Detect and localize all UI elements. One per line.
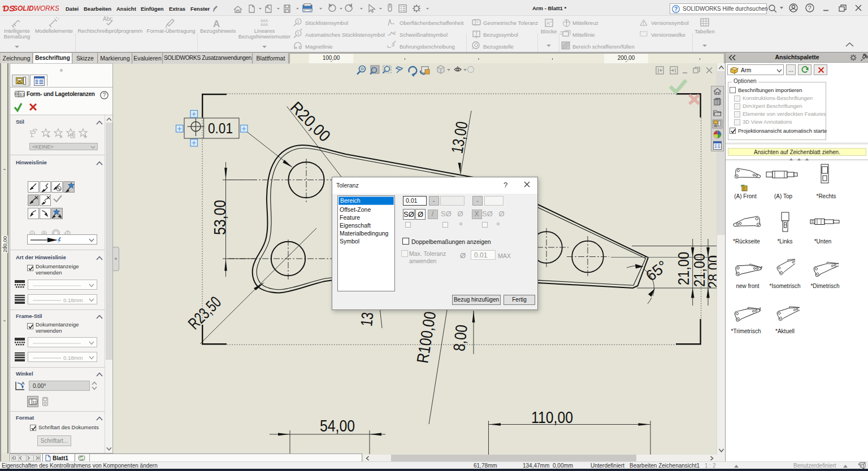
svg-text:?: ? bbox=[674, 6, 678, 12]
svg-text:?: ? bbox=[103, 92, 106, 98]
svg-text:0.1: 0.1 bbox=[20, 93, 25, 97]
svg-text:R23,50: R23,50 bbox=[185, 293, 225, 333]
svg-text:8,00: 8,00 bbox=[450, 324, 471, 352]
svg-text:53,00: 53,00 bbox=[211, 200, 229, 235]
svg-text:AAA: AAA bbox=[261, 19, 268, 23]
svg-text:R100,00: R100,00 bbox=[413, 310, 439, 364]
svg-text:?: ? bbox=[808, 5, 811, 11]
svg-text:0.01: 0.01 bbox=[208, 120, 233, 137]
svg-text:A°: A° bbox=[546, 20, 552, 26]
svg-text:1: 1 bbox=[297, 31, 300, 36]
svg-text:R20,00: R20,00 bbox=[287, 98, 334, 145]
svg-text:A: A bbox=[213, 19, 220, 29]
svg-text:21,00: 21,00 bbox=[675, 252, 692, 285]
svg-text:AAA: AAA bbox=[261, 23, 268, 27]
svg-text:11: 11 bbox=[33, 400, 37, 404]
svg-text:13: 13 bbox=[357, 311, 376, 327]
svg-text:A: A bbox=[21, 381, 25, 386]
svg-text:13,00: 13,00 bbox=[448, 120, 471, 155]
svg-text:Abc: Abc bbox=[103, 16, 112, 22]
svg-text:110,00: 110,00 bbox=[531, 408, 573, 426]
svg-text:SOLIDWORKS: SOLIDWORKS bbox=[13, 5, 59, 12]
svg-text:1: 1 bbox=[297, 19, 300, 24]
svg-text:54,00: 54,00 bbox=[320, 417, 355, 435]
